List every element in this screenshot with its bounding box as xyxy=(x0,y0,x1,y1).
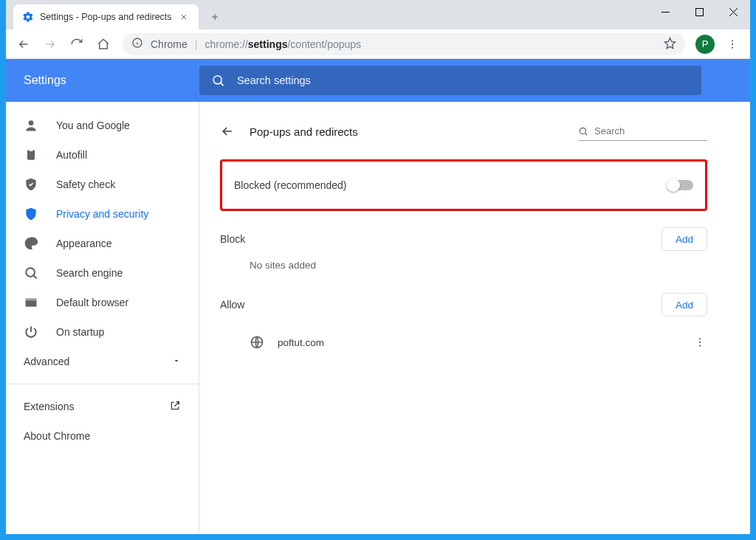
home-button[interactable] xyxy=(92,32,115,56)
block-section-label: Block xyxy=(220,233,245,245)
svg-point-3 xyxy=(732,43,733,44)
search-icon xyxy=(24,266,38,280)
sidebar-about[interactable]: About Chrome xyxy=(6,421,199,451)
svg-point-9 xyxy=(26,268,35,277)
reload-button[interactable] xyxy=(65,32,89,56)
gear-icon xyxy=(22,11,34,23)
profile-avatar[interactable]: P xyxy=(695,35,715,54)
divider xyxy=(6,384,199,384)
sidebar-item-autofill[interactable]: Autofill xyxy=(6,140,199,170)
svg-rect-11 xyxy=(26,298,37,300)
maximize-button[interactable] xyxy=(682,0,716,24)
url-label: Chrome xyxy=(151,38,188,50)
sidebar: You and Google Autofill Safety check Pri… xyxy=(6,102,199,534)
allow-add-button[interactable]: Add xyxy=(662,293,707,316)
close-icon[interactable] xyxy=(178,11,190,23)
new-tab-button[interactable] xyxy=(205,7,225,27)
blocked-label: Blocked (recommended) xyxy=(234,179,347,191)
blocked-toggle[interactable] xyxy=(668,180,693,190)
search-icon xyxy=(578,125,588,137)
window-close-button[interactable] xyxy=(716,0,750,24)
site-info-icon[interactable] xyxy=(131,37,143,51)
shield-check-icon xyxy=(24,177,38,192)
chevron-down-icon xyxy=(172,356,181,367)
site-name: poftut.com xyxy=(278,337,679,348)
sidebar-item-label: Appearance xyxy=(56,238,112,249)
svg-point-6 xyxy=(29,120,34,125)
svg-point-15 xyxy=(699,342,701,343)
svg-point-4 xyxy=(732,46,733,48)
allow-section: Allow Add poftut.com xyxy=(220,291,707,359)
search-icon xyxy=(211,73,225,88)
forward-button xyxy=(38,32,62,56)
menu-button[interactable] xyxy=(721,32,744,56)
sidebar-item-label: On startup xyxy=(56,326,104,338)
sidebar-extensions[interactable]: Extensions xyxy=(6,392,199,421)
shield-icon xyxy=(24,207,38,221)
about-label: About Chrome xyxy=(24,430,90,442)
page-title: Pop-ups and redirects xyxy=(250,125,563,138)
svg-point-12 xyxy=(580,128,585,134)
sidebar-advanced[interactable]: Advanced xyxy=(6,347,199,376)
svg-point-2 xyxy=(732,40,733,41)
power-icon xyxy=(24,325,38,339)
sidebar-item-on-startup[interactable]: On startup xyxy=(6,317,199,347)
clipboard-icon xyxy=(24,148,38,162)
advanced-label: Advanced xyxy=(24,356,69,367)
globe-icon xyxy=(250,335,264,350)
svg-point-14 xyxy=(699,338,701,339)
url-text: chrome://settings/content/popups xyxy=(205,38,361,50)
sidebar-item-privacy-security[interactable]: Privacy and security xyxy=(6,199,199,229)
sidebar-item-label: Default browser xyxy=(56,297,128,308)
settings-header: Settings xyxy=(6,59,750,102)
browser-icon xyxy=(24,295,38,310)
sidebar-item-search-engine[interactable]: Search engine xyxy=(6,258,199,288)
settings-title: Settings xyxy=(24,74,199,87)
extensions-label: Extensions xyxy=(24,401,74,412)
blocked-toggle-row: Blocked (recommended) xyxy=(220,159,707,211)
sidebar-item-label: Search engine xyxy=(56,267,123,279)
sidebar-item-label: Autofill xyxy=(56,149,87,161)
back-button[interactable] xyxy=(12,32,35,56)
person-icon xyxy=(24,118,38,133)
block-section: Block Add No sites added xyxy=(220,226,707,271)
sidebar-item-you-and-google[interactable]: You and Google xyxy=(6,111,199,140)
page-search-input[interactable] xyxy=(594,125,707,136)
svg-rect-7 xyxy=(27,150,35,159)
svg-rect-0 xyxy=(695,8,703,15)
back-arrow-icon[interactable] xyxy=(220,124,235,139)
browser-window: Settings - Pop-ups and redirects Chrome … xyxy=(6,0,750,534)
omnibox[interactable]: Chrome | chrome://settings/content/popup… xyxy=(123,33,685,55)
sidebar-item-label: Safety check xyxy=(56,179,115,190)
sidebar-item-label: Privacy and security xyxy=(56,208,148,220)
allow-site-row[interactable]: poftut.com xyxy=(220,325,707,359)
sidebar-item-label: You and Google xyxy=(56,120,130,131)
svg-point-16 xyxy=(699,345,701,347)
toolbar: Chrome | chrome://settings/content/popup… xyxy=(6,30,750,59)
content: Settings You and Google Autofill xyxy=(6,59,750,534)
settings-search-input[interactable] xyxy=(237,75,690,86)
window-controls xyxy=(648,0,750,24)
page-search[interactable] xyxy=(578,122,707,141)
sidebar-item-default-browser[interactable]: Default browser xyxy=(6,288,199,317)
settings-search[interactable] xyxy=(199,66,701,95)
external-link-icon xyxy=(169,400,181,414)
allow-section-label: Allow xyxy=(220,299,244,311)
block-add-button[interactable]: Add xyxy=(662,227,707,251)
svg-rect-8 xyxy=(30,149,33,151)
block-empty-text: No sites added xyxy=(220,260,707,271)
sidebar-item-safety-check[interactable]: Safety check xyxy=(6,170,199,199)
titlebar: Settings - Pop-ups and redirects xyxy=(6,0,750,30)
main-panel: Pop-ups and redirects Blocked (recommend… xyxy=(199,102,750,534)
page-header: Pop-ups and redirects xyxy=(220,117,707,146)
minimize-button[interactable] xyxy=(648,0,682,24)
bookmark-star-icon[interactable] xyxy=(664,37,676,52)
sidebar-item-appearance[interactable]: Appearance xyxy=(6,229,199,258)
browser-tab[interactable]: Settings - Pop-ups and redirects xyxy=(13,4,199,30)
svg-point-5 xyxy=(213,76,221,84)
palette-icon xyxy=(24,236,38,251)
tab-title: Settings - Pop-ups and redirects xyxy=(40,12,172,22)
more-icon[interactable] xyxy=(693,336,707,348)
